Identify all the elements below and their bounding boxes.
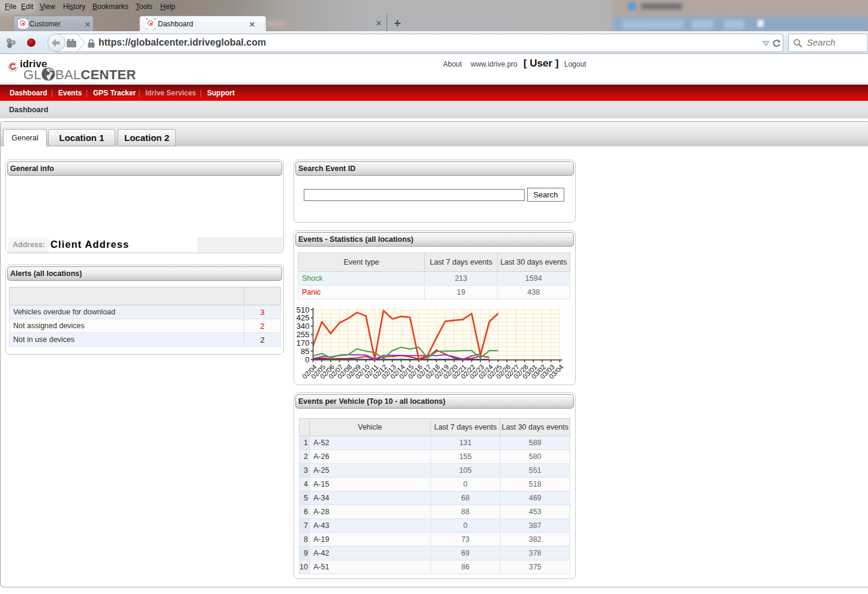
svg-text:85: 85 <box>301 347 309 356</box>
svg-text:425: 425 <box>297 313 310 322</box>
svg-text:340: 340 <box>297 322 310 331</box>
svg-text:510: 510 <box>297 306 310 314</box>
svg-text:255: 255 <box>297 330 310 339</box>
svg-text:170: 170 <box>297 338 310 347</box>
svg-text:0: 0 <box>305 355 309 364</box>
